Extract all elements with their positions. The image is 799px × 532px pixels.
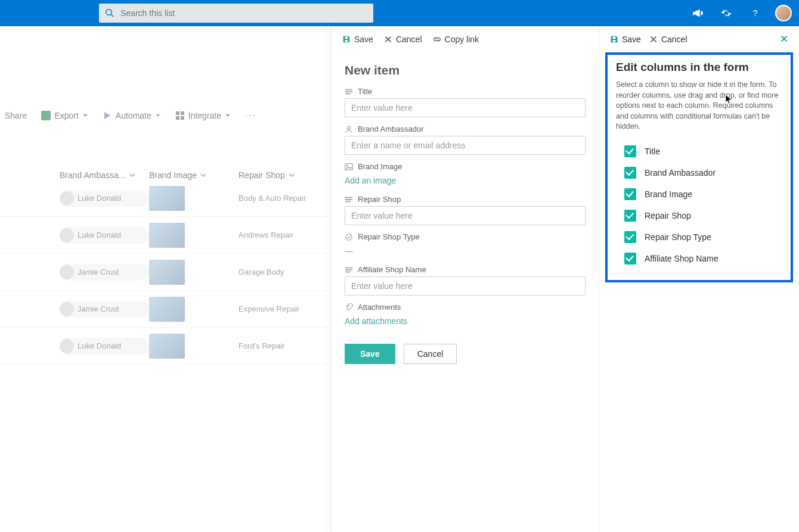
- new-panel-actions: Save Cancel Copy link: [332, 26, 599, 52]
- image-thumb: [149, 223, 185, 248]
- svg-text:?: ?: [752, 8, 757, 18]
- affiliate-input[interactable]: [345, 276, 586, 295]
- image-thumb: [149, 334, 185, 359]
- edit-panel-actions: Save Cancel: [599, 26, 799, 52]
- svg-rect-1: [41, 111, 51, 120]
- text-icon: [345, 266, 353, 274]
- checkbox-icon[interactable]: [624, 145, 636, 157]
- col-header-image[interactable]: Brand Image: [149, 170, 239, 180]
- column-toggle-row[interactable]: Brand Image: [616, 183, 782, 205]
- checkbox-icon[interactable]: [624, 188, 636, 200]
- column-toggle-row[interactable]: Title: [616, 141, 782, 162]
- field-label-image: Brand Image: [358, 162, 402, 171]
- text-icon: [345, 88, 353, 96]
- cancel-button[interactable]: Cancel: [404, 344, 457, 364]
- column-toggle-row[interactable]: Affiliate Shop Name: [616, 248, 782, 269]
- person-pill: Jamie Crust: [60, 264, 149, 281]
- svg-rect-16: [345, 267, 352, 268]
- automate-icon: [103, 111, 112, 120]
- svg-point-11: [346, 164, 348, 166]
- avatar-icon: [60, 265, 74, 279]
- add-image-link[interactable]: Add an image: [345, 173, 586, 188]
- edit-cancel-button[interactable]: Cancel: [649, 35, 687, 44]
- column-name: Brand Image: [645, 189, 692, 199]
- person-name: Luke Donald: [78, 341, 121, 350]
- close-icon: [780, 35, 788, 43]
- search-icon: [105, 8, 114, 18]
- column-name: Repair Shop: [645, 211, 691, 220]
- save-icon: [610, 35, 618, 43]
- column-toggle-row[interactable]: Repair Shop: [616, 205, 782, 226]
- edit-save-button[interactable]: Save: [610, 35, 641, 44]
- integrate-icon: [175, 111, 185, 120]
- shop-cell: Garage Body: [239, 267, 340, 276]
- save-button[interactable]: Save: [345, 344, 395, 364]
- close-icon: [384, 35, 392, 43]
- link-icon: [433, 35, 441, 43]
- image-icon: [345, 163, 353, 171]
- integrate-button[interactable]: Integrate: [175, 111, 231, 120]
- col-header-shop[interactable]: Repair Shop: [239, 170, 340, 180]
- top-right-icons: ?: [689, 5, 792, 21]
- ambassador-input[interactable]: [345, 136, 586, 155]
- svg-rect-3: [181, 111, 184, 115]
- column-toggle-row[interactable]: Brand Ambassador: [616, 162, 782, 183]
- close-panel-button[interactable]: [780, 35, 788, 45]
- column-name: Affiliate Shop Name: [645, 254, 718, 263]
- person-pill: Jamie Crust: [60, 301, 149, 318]
- panel-save-button[interactable]: Save: [342, 35, 373, 44]
- save-icon: [342, 35, 351, 43]
- top-bar: ?: [0, 0, 799, 26]
- svg-point-9: [347, 126, 350, 129]
- avatar[interactable]: [775, 5, 792, 21]
- person-name: Luke Donald: [78, 231, 121, 239]
- svg-rect-17: [345, 269, 352, 270]
- chevron-down-icon: [289, 172, 295, 178]
- column-toggle-row[interactable]: Repair Shop Type: [616, 226, 782, 248]
- image-thumb: [149, 297, 185, 322]
- shop-cell: Ford's Repair: [239, 341, 340, 350]
- shop-type-value[interactable]: —: [345, 244, 586, 258]
- chevron-down-icon: [155, 113, 161, 119]
- panel-cancel-button[interactable]: Cancel: [384, 35, 422, 44]
- image-thumb: [149, 186, 185, 211]
- person-name: Jamie Crust: [78, 267, 119, 276]
- help-icon[interactable]: ?: [747, 5, 763, 21]
- svg-rect-12: [345, 197, 352, 198]
- svg-rect-13: [345, 199, 352, 200]
- repair-shop-input[interactable]: [345, 206, 586, 225]
- title-input[interactable]: [345, 98, 586, 117]
- share-button[interactable]: Share: [5, 111, 27, 120]
- copy-link-button[interactable]: Copy link: [433, 35, 479, 44]
- add-attachments-link[interactable]: Add attachments: [345, 314, 586, 328]
- checkbox-icon[interactable]: [624, 210, 636, 222]
- svg-rect-4: [176, 116, 179, 120]
- megaphone-icon[interactable]: [689, 5, 706, 21]
- search-input-wrap[interactable]: [99, 4, 373, 23]
- chevron-down-icon: [200, 172, 206, 178]
- avatar-icon: [60, 302, 74, 316]
- field-label-attach: Attachments: [358, 303, 401, 312]
- attach-icon: [345, 303, 353, 312]
- col-header-ambassador[interactable]: Brand Ambassa...: [60, 170, 149, 180]
- person-pill: Luke Donald: [60, 227, 149, 244]
- chevron-down-icon: [129, 172, 135, 178]
- excel-icon: [41, 111, 51, 120]
- checkbox-icon[interactable]: [624, 231, 636, 243]
- checkbox-icon[interactable]: [624, 253, 636, 265]
- automate-button[interactable]: Automate: [103, 111, 161, 120]
- more-button[interactable]: ···: [245, 110, 256, 121]
- gear-icon[interactable]: [718, 5, 735, 21]
- choice-icon: [345, 233, 353, 241]
- export-button[interactable]: Export: [41, 111, 88, 120]
- checkbox-icon[interactable]: [624, 167, 636, 179]
- search-input[interactable]: [120, 8, 367, 18]
- svg-rect-2: [176, 111, 179, 115]
- person-pill: Luke Donald: [60, 190, 149, 207]
- person-name: Luke Donald: [78, 194, 121, 203]
- svg-point-15: [346, 234, 352, 240]
- person-pill: Luke Donald: [60, 338, 149, 354]
- shop-cell: Andrews Repair: [239, 231, 340, 239]
- text-icon: [345, 195, 353, 204]
- svg-rect-8: [345, 93, 351, 94]
